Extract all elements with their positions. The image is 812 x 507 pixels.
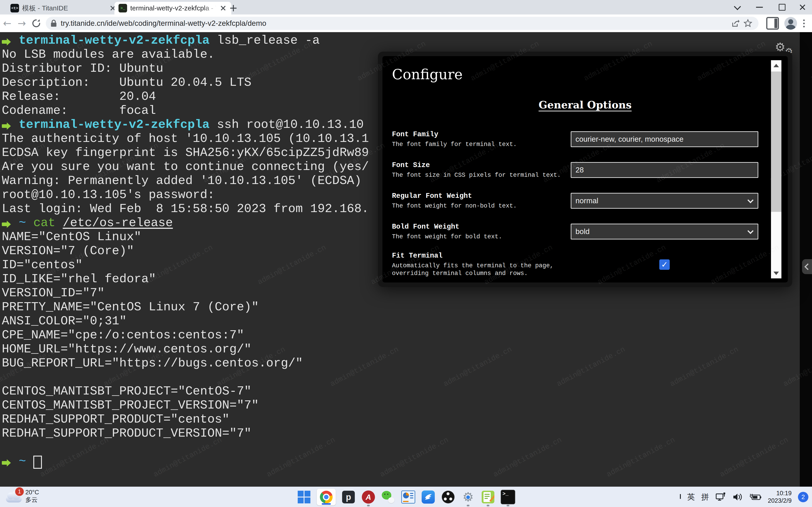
windows-logo-icon [298, 491, 310, 503]
taskbar-chrome[interactable] [317, 489, 336, 505]
restore-button[interactable] [775, 0, 789, 14]
tab-title: terminal-wetty-v2-zekfcpla - T [130, 4, 216, 12]
regular-font-weight-select[interactable]: normal [571, 193, 758, 209]
field-label: Bold Font Weight [392, 223, 564, 231]
taskbar-wechat[interactable] [381, 490, 396, 504]
ime-language-indicator[interactable]: 英 [687, 492, 695, 502]
back-button[interactable]: ← [0, 16, 14, 31]
check-icon: ✓ [661, 260, 668, 269]
cloud-icon: 1 [6, 496, 22, 502]
field-row-font-family: Font Family The font family for terminal… [392, 128, 758, 150]
network-button[interactable] [715, 492, 726, 502]
minimize-button[interactable] [752, 0, 767, 14]
notification-center-badge[interactable]: 2 [798, 492, 808, 502]
terminal-line: BUG_REPORT_URL="https://bugs.centos.org/… [2, 356, 802, 370]
terminal-line: VERSION_ID="7" [2, 286, 802, 300]
share-icon [731, 19, 740, 27]
general-options-heading: General Options [383, 99, 788, 111]
titanide-logo-icon: <t> [10, 4, 19, 12]
ime-pinyin-indicator[interactable]: 拼 [701, 492, 709, 502]
collapse-panel-handle[interactable] [802, 259, 812, 274]
field-row-font-size: Font Size The font size in CSS pixels fo… [392, 159, 758, 181]
selected-value: normal [575, 196, 598, 205]
scrollbar-thumb[interactable] [771, 71, 781, 212]
font-family-input[interactable] [571, 131, 758, 147]
chrome-icon [320, 491, 333, 503]
forward-icon: → [18, 18, 26, 28]
chevron-left-icon [804, 263, 811, 270]
tray-date: 2023/2/9 [768, 497, 792, 505]
tab-terminal-wetty[interactable]: >_ terminal-wetty-v2-zekfcpla - T [114, 2, 231, 14]
anyviewer-icon: A [362, 491, 375, 504]
notepad-icon [482, 491, 494, 503]
taskbar-dingtalk[interactable] [421, 490, 436, 504]
notification-badge: 1 [14, 487, 24, 497]
refresh-button[interactable] [29, 16, 44, 31]
terminal-line: terminal-wetty-v2-zekfcpla lsb_release -… [2, 34, 802, 48]
obs-icon [442, 491, 454, 503]
close-tab-icon[interactable] [219, 4, 227, 12]
back-icon: ← [3, 18, 11, 28]
bold-font-weight-select[interactable]: bold [571, 224, 758, 239]
chevron-down-icon [748, 228, 754, 234]
dialog-fields: Font Family The font family for terminal… [392, 128, 758, 277]
lock-icon [50, 19, 57, 27]
dingtalk-icon [422, 491, 435, 504]
font-size-input[interactable] [571, 162, 758, 178]
chevron-up-icon [680, 494, 681, 499]
tab-search-button[interactable] [729, 0, 744, 14]
taskbar-obs[interactable] [441, 490, 455, 504]
scroll-up-arrow[interactable] [771, 60, 781, 71]
taskbar-weather-widget[interactable]: 1 20°C 多云 [6, 489, 39, 504]
star-icon [743, 19, 752, 28]
tab-title: 模板 - TitanIDE [22, 4, 106, 13]
speaker-icon [732, 493, 743, 502]
battery-button[interactable] [749, 493, 761, 501]
forward-button[interactable]: → [14, 16, 29, 31]
terminal-line: CENTOS_MANTISBT_PROJECT_VERSION="7" [2, 398, 802, 412]
field-description: The font size in CSS pixels for terminal… [392, 171, 564, 179]
tray-expand-button[interactable] [680, 495, 681, 499]
tab-strip: <t> 模板 - TitanIDE >_ terminal-wetty-v2-z… [0, 0, 812, 14]
address-bar[interactable]: try.titanide.cn/ide/web/coding/terminal-… [46, 17, 759, 30]
terminal-line: REDHAT_SUPPORT_PRODUCT="centos" [2, 412, 802, 427]
volume-button[interactable] [732, 493, 743, 502]
taskbar-picpick[interactable]: p [341, 490, 356, 504]
system-tray: 英 拼 10:19 [680, 487, 808, 507]
taskbar-notepad-plus-plus[interactable] [481, 490, 495, 504]
profile-avatar[interactable] [784, 17, 797, 30]
url-text[interactable]: try.titanide.cn/ide/web/coding/terminal-… [61, 19, 729, 27]
minimize-icon [756, 7, 763, 8]
taskbar-settings[interactable]: ⚙ [461, 490, 475, 504]
terminal-line: CENTOS_MANTISBT_PROJECT="CentOS-7" [2, 384, 802, 398]
selected-value: bold [575, 227, 590, 236]
share-button[interactable] [729, 17, 742, 30]
taskbar-system-monitor[interactable] [401, 490, 415, 504]
taskbar-anyviewer[interactable]: A [361, 490, 376, 504]
new-tab-button[interactable] [229, 3, 238, 13]
taskbar-command-prompt[interactable]: >_ [501, 490, 515, 504]
tab-titanide[interactable]: <t> 模板 - TitanIDE [6, 2, 121, 14]
scroll-down-arrow[interactable] [771, 268, 781, 278]
field-label: Fit Terminal [392, 252, 564, 260]
taskbar-clock[interactable]: 10:19 2023/2/9 [768, 490, 792, 505]
field-label: Font Size [392, 161, 564, 169]
network-icon [715, 492, 726, 502]
bookmark-button[interactable] [742, 17, 754, 30]
taskbar-windows-start[interactable] [297, 490, 311, 504]
side-panel-icon[interactable] [766, 17, 779, 30]
gear-icon: ⚙ [462, 491, 474, 503]
dialog-scrollbar[interactable] [771, 60, 781, 278]
terminal-line [2, 441, 802, 454]
terminal-line: REDHAT_SUPPORT_PRODUCT_VERSION="7" [2, 427, 802, 441]
browser-menu-button[interactable] [799, 17, 808, 30]
prompt-arrow-icon [2, 461, 8, 465]
browser-toolbar: ← → try.titanide.cn/ide/web/coding/termi… [0, 14, 812, 32]
wechat-icon [382, 491, 395, 504]
fit-terminal-checkbox[interactable]: ✓ [659, 260, 670, 270]
picpick-icon: p [342, 491, 355, 503]
restore-icon [779, 4, 785, 11]
chart-app-icon [401, 491, 415, 504]
close-window-button[interactable] [795, 0, 810, 14]
prompt-arrow-icon [2, 124, 8, 128]
